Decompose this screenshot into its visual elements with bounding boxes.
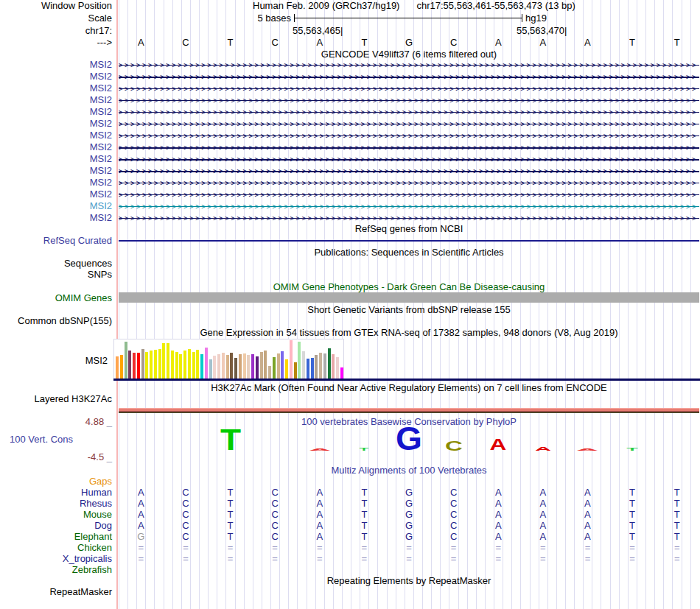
- gtex-bar[interactable]: [332, 354, 335, 379]
- omim-gene-bar[interactable]: [119, 292, 699, 303]
- gtex-bar[interactable]: [167, 343, 169, 379]
- gtex-bar[interactable]: [120, 355, 123, 379]
- gene-transcript-row[interactable]: >>>>>>>>>>>>>>>>>>>>>>>>>>>>>>>>>>>>>>>>…: [119, 142, 699, 153]
- gene-transcript-row[interactable]: >>>>>>>>>>>>>>>>>>>>>>>>>>>>>>>>>>>>>>>>…: [119, 189, 699, 200]
- gene-transcript-row[interactable]: >>>>>>>>>>>>>>>>>>>>>>>>>>>>>>>>>>>>>>>>…: [119, 60, 699, 71]
- gtex-bar[interactable]: [226, 355, 229, 379]
- alignment-letter: =: [362, 554, 368, 564]
- gtex-bar[interactable]: [192, 352, 195, 379]
- gencode-track-title[interactable]: GENCODE V49lift37 (6 items filtered out): [119, 49, 699, 60]
- multiz-track-title[interactable]: Multiz Alignments of 100 Vertebrates: [119, 465, 699, 476]
- repeatmasker-track-title[interactable]: Repeating Elements by RepeatMasker: [119, 576, 699, 586]
- gtex-bar[interactable]: [188, 349, 191, 379]
- publications-track-title[interactable]: Publications: Sequences in Scientific Ar…: [119, 247, 699, 258]
- gtex-bar[interactable]: [315, 355, 318, 379]
- h3k27ac-track-title[interactable]: H3K27Ac Mark (Often Found Near Active Re…: [119, 383, 699, 393]
- gtex-bar[interactable]: [230, 353, 233, 379]
- gtex-bar[interactable]: [243, 353, 246, 379]
- alignment-letter: T: [674, 499, 680, 509]
- gtex-bar[interactable]: [209, 359, 212, 379]
- gtex-bar[interactable]: [328, 348, 331, 379]
- alignment-letter: =: [317, 554, 323, 564]
- gtex-expression-chart[interactable]: [113, 339, 344, 379]
- base-letter: A: [540, 38, 547, 48]
- alignment-letter: A: [316, 532, 323, 542]
- gene-transcript-row[interactable]: >>>>>>>>>>>>>>>>>>>>>>>>>>>>>>>>>>>>>>>>…: [119, 201, 699, 212]
- gene-transcript-row[interactable]: >>>>>>>>>>>>>>>>>>>>>>>>>>>>>>>>>>>>>>>>…: [119, 107, 699, 118]
- coordinate-right: 55,563,470|: [517, 26, 567, 36]
- gene-transcript-row[interactable]: >>>>>>>>>>>>>>>>>>>>>>>>>>>>>>>>>>>>>>>>…: [119, 166, 699, 177]
- gene-transcript-row[interactable]: >>>>>>>>>>>>>>>>>>>>>>>>>>>>>>>>>>>>>>>>…: [119, 95, 699, 106]
- gtex-track-title[interactable]: Gene Expression in 54 tissues from GTEx …: [119, 328, 699, 338]
- species-label: X_tropicalis: [0, 554, 112, 564]
- gtex-bar[interactable]: [183, 351, 186, 379]
- alignment-letter: A: [584, 521, 591, 531]
- refseq-gene-line[interactable]: [119, 240, 699, 242]
- gtex-bar[interactable]: [251, 354, 254, 379]
- base-letter: C: [271, 38, 278, 48]
- alignment-letter: G: [405, 510, 413, 520]
- gtex-bar[interactable]: [239, 354, 242, 379]
- strand-arrow-label: --->: [0, 38, 112, 48]
- gtex-bar[interactable]: [264, 351, 267, 379]
- gtex-bar[interactable]: [281, 351, 284, 379]
- gene-transcript-row[interactable]: >>>>>>>>>>>>>>>>>>>>>>>>>>>>>>>>>>>>>>>>…: [119, 177, 699, 189]
- gtex-bar[interactable]: [116, 356, 119, 379]
- gtex-bar[interactable]: [175, 352, 178, 379]
- gtex-bar[interactable]: [217, 354, 220, 379]
- base-letter: C: [450, 38, 457, 48]
- gene-transcript-row[interactable]: >>>>>>>>>>>>>>>>>>>>>>>>>>>>>>>>>>>>>>>>…: [119, 130, 699, 141]
- conservation-min-value: -4.5: [88, 451, 104, 462]
- gtex-bar[interactable]: [307, 359, 309, 379]
- gtex-bar[interactable]: [336, 357, 339, 379]
- gtex-bar[interactable]: [179, 354, 182, 379]
- gtex-bar[interactable]: [273, 357, 276, 379]
- omim-track-title[interactable]: OMIM Gene Phenotypes - Dark Green Can Be…: [119, 282, 699, 292]
- gtex-bar[interactable]: [133, 353, 136, 379]
- gtex-bar[interactable]: [290, 340, 293, 379]
- base-letter: A: [138, 38, 144, 48]
- gtex-bar[interactable]: [268, 366, 271, 379]
- gtex-bar[interactable]: [158, 349, 161, 379]
- gtex-bar[interactable]: [128, 351, 131, 379]
- gtex-bar[interactable]: [222, 353, 225, 379]
- gene-transcript-row[interactable]: >>>>>>>>>>>>>>>>>>>>>>>>>>>>>>>>>>>>>>>>…: [119, 71, 699, 82]
- gtex-bar[interactable]: [162, 343, 165, 379]
- repeatmasker-label: RepeatMasker: [0, 587, 112, 597]
- gtex-bar[interactable]: [213, 356, 216, 379]
- gtex-bar[interactable]: [294, 362, 297, 379]
- gene-transcript-row[interactable]: >>>>>>>>>>>>>>>>>>>>>>>>>>>>>>>>>>>>>>>>…: [119, 154, 699, 165]
- gene-transcript-row[interactable]: >>>>>>>>>>>>>>>>>>>>>>>>>>>>>>>>>>>>>>>>…: [119, 119, 699, 130]
- alignment-letter: T: [361, 487, 367, 498]
- assembly-text: Human Feb. 2009 (GRCh37/hg19): [253, 0, 399, 11]
- gtex-bar[interactable]: [141, 349, 144, 379]
- common-dbsnp-label: Common dbSNP(155): [0, 316, 112, 326]
- gtex-bar[interactable]: [171, 351, 174, 379]
- gtex-bar[interactable]: [154, 350, 157, 379]
- gtex-bar[interactable]: [205, 348, 208, 379]
- gtex-bar[interactable]: [234, 358, 237, 379]
- gtex-bar[interactable]: [319, 353, 322, 379]
- gtex-bar[interactable]: [125, 342, 127, 379]
- gtex-bar[interactable]: [285, 359, 288, 379]
- gtex-bar[interactable]: [323, 353, 326, 379]
- gtex-bar[interactable]: [302, 351, 305, 379]
- gene-label: MSI2: [0, 213, 112, 223]
- gtex-bar[interactable]: [260, 352, 263, 379]
- gtex-bar[interactable]: [196, 350, 199, 379]
- gene-transcript-row[interactable]: >>>>>>>>>>>>>>>>>>>>>>>>>>>>>>>>>>>>>>>>…: [119, 83, 699, 94]
- gtex-bar[interactable]: [277, 353, 280, 379]
- gtex-bar[interactable]: [150, 351, 153, 379]
- gtex-bar[interactable]: [200, 354, 203, 379]
- gene-transcript-row[interactable]: >>>>>>>>>>>>>>>>>>>>>>>>>>>>>>>>>>>>>>>>…: [119, 213, 699, 224]
- gtex-bar[interactable]: [256, 356, 259, 379]
- gtex-bar[interactable]: [298, 342, 301, 379]
- gtex-bar[interactable]: [145, 352, 148, 379]
- dbsnp-track-title[interactable]: Short Genetic Variants from dbSNP releas…: [119, 305, 699, 315]
- h3k27ac-signal-band[interactable]: [119, 408, 699, 413]
- gtex-bar[interactable]: [311, 358, 314, 379]
- gtex-bar[interactable]: [340, 367, 343, 379]
- refseq-track-title[interactable]: RefSeq genes from NCBI: [119, 224, 699, 234]
- gtex-bar[interactable]: [247, 355, 250, 379]
- gtex-bar[interactable]: [137, 353, 140, 379]
